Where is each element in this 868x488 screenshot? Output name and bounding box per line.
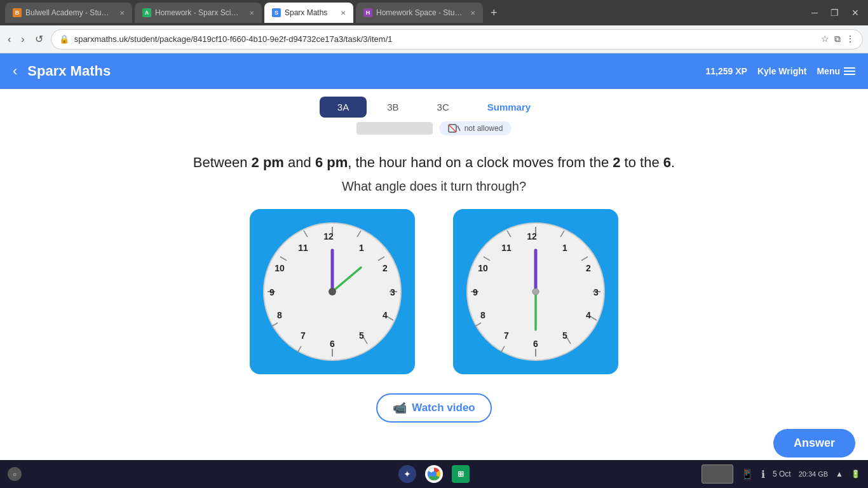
back-button[interactable]: ‹ — [5, 31, 13, 48]
svg-text:7: 7 — [301, 330, 306, 341]
clock2-wrapper: 12 1 2 3 4 5 6 7 8 9 10 11 — [453, 209, 618, 374]
forward-button[interactable]: › — [18, 31, 27, 48]
tab-close-sparx[interactable]: ✕ — [341, 10, 346, 17]
tab-label-science: Homework - Sparx Science — [155, 8, 243, 17]
tab-bulwell[interactable]: B Bulwell Academy - Student Ho... ✕ — [5, 3, 132, 23]
tab-close-studyx[interactable]: ✕ — [470, 10, 475, 17]
star-icon[interactable]: ☆ — [821, 34, 829, 44]
taskbar: ○ ✦ ⊞ 📱 ℹ 5 Oct — [0, 460, 868, 488]
minimize-button[interactable]: ─ — [808, 6, 822, 19]
tab-close-science[interactable]: ✕ — [249, 10, 254, 17]
tab-label-bulwell: Bulwell Academy - Student Ho... — [25, 8, 113, 17]
taskbar-time: 20:34 GB — [799, 470, 828, 478]
svg-text:12: 12 — [527, 231, 537, 241]
header-right: 11,259 XP Kyle Wright Menu — [706, 66, 855, 76]
tab-close-bulwell[interactable]: ✕ — [119, 10, 125, 17]
svg-text:6: 6 — [533, 339, 538, 349]
lock-icon: 🔒 — [59, 34, 69, 44]
address-bar-row: ‹ › ↺ 🔒 sparxmaths.uk/student/package/84… — [0, 25, 868, 53]
xp-badge: 11,259 XP — [706, 66, 747, 76]
not-allowed-text: not allowed — [465, 124, 503, 133]
tab-favicon-bulwell: B — [13, 8, 22, 17]
svg-text:9: 9 — [473, 287, 478, 297]
address-icons: ☆ ⧉ ⋮ — [821, 34, 855, 44]
hamburger-icon — [844, 67, 855, 75]
back-arrow-icon[interactable]: ‹ — [13, 63, 17, 79]
clock1-wrapper: 12 1 2 3 4 5 6 7 8 9 10 11 — [250, 209, 415, 374]
menu-button[interactable]: Menu — [817, 66, 855, 76]
new-tab-button[interactable]: + — [485, 6, 503, 20]
answer-button[interactable]: Answer — [773, 429, 855, 458]
taskbar-center: ✦ ⊞ — [398, 465, 470, 483]
close-window-button[interactable]: ✕ — [848, 6, 863, 19]
sheets-icon: ⊞ — [452, 465, 470, 483]
taskbar-left: ○ — [8, 467, 22, 481]
extensions-icon[interactable]: ⧉ — [834, 34, 841, 44]
question-line1: Between 2 pm and 6 pm, the hour hand on … — [25, 152, 843, 173]
svg-text:2: 2 — [383, 263, 388, 273]
address-bar[interactable]: 🔒 sparxmaths.uk/student/package/8419cf10… — [51, 29, 863, 50]
svg-text:4: 4 — [383, 310, 388, 320]
svg-text:2: 2 — [586, 263, 591, 273]
clock2-svg: 12 1 2 3 4 5 6 7 8 9 10 11 — [466, 222, 606, 362]
svg-point-30 — [329, 288, 336, 295]
phone-icon: 📱 — [741, 468, 754, 480]
calculator-crossed-icon — [448, 124, 461, 133]
svg-text:8: 8 — [277, 310, 282, 320]
svg-text:3: 3 — [390, 287, 395, 297]
taskbar-thumbnail — [702, 464, 733, 484]
battery-icon: 🔋 — [851, 470, 860, 478]
svg-text:6: 6 — [330, 339, 335, 349]
tab-homework-science[interactable]: A Homework - Sparx Science ✕ — [135, 3, 262, 23]
svg-point-61 — [431, 471, 437, 477]
menu-label: Menu — [817, 66, 840, 76]
taskbar-circle-icon: ○ — [8, 467, 22, 481]
maximize-button[interactable]: ❐ — [827, 6, 843, 19]
not-allowed-pill: not allowed — [439, 121, 512, 135]
video-camera-icon: 📹 — [393, 401, 407, 415]
tab-studyx[interactable]: H Homework Space - StudyX ✕ — [356, 3, 483, 23]
chrome-icon — [425, 465, 443, 483]
watch-video-button[interactable]: 📹 Watch video — [376, 393, 492, 423]
svg-text:8: 8 — [480, 310, 485, 320]
more-icon[interactable]: ⋮ — [846, 34, 855, 44]
question-line2: What angle does it turn through? — [25, 179, 843, 194]
svg-text:12: 12 — [323, 231, 334, 241]
taskbar-date: 5 Oct — [773, 470, 791, 478]
svg-point-58 — [532, 288, 539, 295]
wifi-icon: ▲ — [836, 470, 843, 478]
taskbar-right: 📱 ℹ 5 Oct 20:34 GB ▲ 🔋 — [702, 464, 860, 484]
user-name: Kyle Wright — [757, 66, 807, 76]
clock1-svg: 12 1 2 3 4 5 6 7 8 9 10 11 — [262, 222, 402, 362]
svg-text:1: 1 — [359, 243, 364, 253]
refresh-button[interactable]: ↺ — [32, 30, 46, 48]
svg-text:3: 3 — [593, 287, 599, 297]
tab-sparx-maths[interactable]: S Sparx Maths ✕ — [264, 3, 353, 23]
watch-video-container: 📹 Watch video — [25, 393, 843, 423]
tab-label-sparx: Sparx Maths — [285, 8, 334, 17]
tab-3b[interactable]: 3B — [369, 97, 416, 118]
svg-text:10: 10 — [478, 263, 488, 273]
svg-text:7: 7 — [504, 330, 509, 341]
info-icon: ℹ — [761, 468, 765, 480]
svg-text:5: 5 — [562, 330, 567, 341]
tab-favicon-sparx: S — [272, 8, 281, 17]
clocks-container: 12 1 2 3 4 5 6 7 8 9 10 11 — [25, 209, 843, 374]
svg-text:11: 11 — [501, 243, 512, 253]
svg-text:4: 4 — [586, 310, 591, 320]
browser-chrome: B Bulwell Academy - Student Ho... ✕ A Ho… — [0, 0, 868, 25]
svg-line-1 — [449, 125, 456, 132]
tab-summary[interactable]: Summary — [470, 97, 548, 118]
svg-text:5: 5 — [359, 330, 364, 341]
watch-video-label: Watch video — [412, 402, 475, 414]
svg-text:9: 9 — [269, 287, 275, 297]
tab-3a[interactable]: 3A — [320, 97, 367, 118]
svg-text:10: 10 — [275, 263, 285, 273]
tab-3c[interactable]: 3C — [419, 97, 467, 118]
app-logo: Sparx Maths — [27, 63, 111, 79]
svg-text:1: 1 — [562, 243, 567, 253]
svg-text:11: 11 — [298, 243, 308, 253]
sparkle-icon: ✦ — [398, 465, 416, 483]
tab-favicon-studyx: H — [363, 8, 372, 17]
app-header: ‹ Sparx Maths 11,259 XP Kyle Wright Menu — [0, 53, 868, 89]
